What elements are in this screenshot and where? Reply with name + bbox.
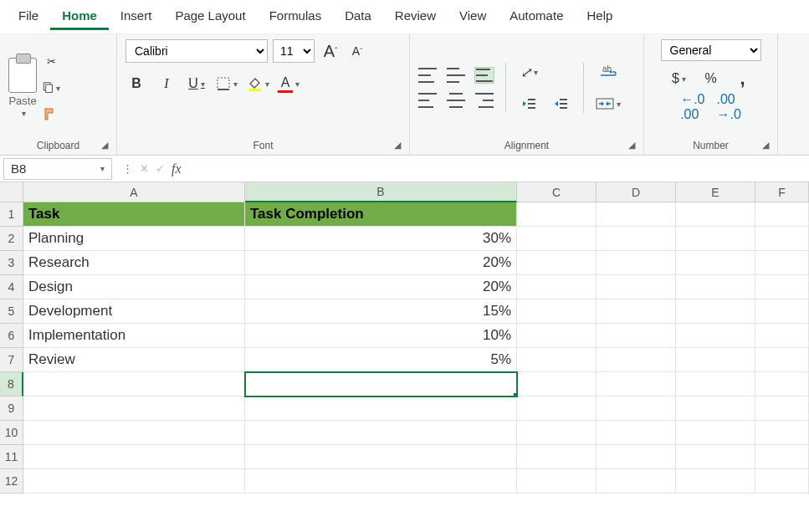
clipboard-dialog-launcher[interactable]: ◢ (101, 140, 113, 151)
menu-view[interactable]: View (448, 3, 498, 30)
number-dialog-launcher[interactable]: ◢ (762, 140, 774, 151)
menu-page-layout[interactable]: Page Layout (163, 3, 257, 30)
row-header-11[interactable]: 11 (0, 445, 23, 469)
cell-b10[interactable] (245, 421, 517, 445)
align-bottom-button[interactable] (475, 68, 494, 83)
cell-a3[interactable]: Research (23, 251, 245, 275)
font-name-select[interactable]: Calibri (125, 39, 268, 63)
cell-b6[interactable]: 10% (245, 324, 517, 348)
row-header-4[interactable]: 4 (0, 275, 23, 299)
underline-button[interactable]: U▾ (186, 73, 207, 95)
cell-a12[interactable] (23, 469, 245, 494)
row-header-5[interactable]: 5 (0, 299, 23, 324)
cell-f7[interactable] (755, 348, 809, 372)
chevron-down-icon[interactable]: ▾ (56, 84, 60, 93)
cell-e1[interactable] (676, 202, 755, 227)
cell-f1[interactable] (755, 202, 809, 227)
borders-button[interactable]: ▾ (216, 73, 238, 95)
cell-a8[interactable] (23, 372, 245, 396)
decrease-decimal-button[interactable]: .00→.0 (717, 96, 741, 118)
cell-c11[interactable] (517, 445, 597, 469)
cell-e5[interactable] (676, 299, 755, 324)
cell-c1[interactable] (517, 202, 597, 227)
menu-automate[interactable]: Automate (498, 3, 575, 30)
cell-d7[interactable] (597, 348, 676, 372)
align-left-button[interactable] (418, 93, 437, 108)
cell-c8[interactable] (517, 372, 597, 396)
options-icon[interactable]: ⋮ (122, 162, 133, 175)
cell-c2[interactable] (517, 227, 597, 251)
cell-b5[interactable]: 15% (245, 299, 517, 324)
menu-data[interactable]: Data (333, 3, 383, 30)
cell-b3[interactable]: 20% (245, 251, 517, 275)
cell-f11[interactable] (755, 445, 809, 469)
row-header-10[interactable]: 10 (0, 421, 23, 445)
font-size-select[interactable]: 11 (273, 39, 315, 63)
cell-f3[interactable] (755, 251, 809, 275)
number-format-select[interactable]: General (661, 39, 761, 61)
cell-a9[interactable] (23, 396, 245, 421)
cell-b12[interactable] (245, 469, 517, 494)
alignment-dialog-launcher[interactable]: ◢ (628, 140, 640, 151)
chevron-down-icon[interactable]: ▾ (100, 164, 105, 173)
col-header-e[interactable]: E (676, 182, 755, 202)
col-header-a[interactable]: A (23, 182, 245, 202)
row-header-7[interactable]: 7 (0, 348, 23, 372)
cell-e4[interactable] (676, 275, 755, 299)
cell-c12[interactable] (517, 469, 597, 494)
cell-a6[interactable]: Implementation (23, 324, 245, 348)
cell-a2[interactable]: Planning (23, 227, 245, 251)
cell-b7[interactable]: 5% (245, 348, 517, 372)
row-header-3[interactable]: 3 (0, 251, 23, 275)
cell-f10[interactable] (755, 421, 809, 445)
name-box[interactable]: B8 ▾ (3, 158, 112, 180)
menu-file[interactable]: File (7, 3, 50, 30)
cell-f9[interactable] (755, 396, 809, 421)
font-color-button[interactable]: A ▾ (278, 73, 300, 95)
cell-e8[interactable] (676, 372, 755, 396)
cell-c5[interactable] (517, 299, 597, 324)
font-dialog-launcher[interactable]: ◢ (394, 140, 406, 151)
cell-e12[interactable] (676, 469, 755, 494)
row-header-1[interactable]: 1 (0, 202, 23, 227)
cell-f6[interactable] (755, 324, 809, 348)
accounting-format-button[interactable]: $▾ (668, 68, 690, 90)
cell-c10[interactable] (517, 421, 597, 445)
cell-b11[interactable] (245, 445, 517, 469)
comma-format-button[interactable]: , (732, 68, 754, 90)
cell-e10[interactable] (676, 421, 755, 445)
cell-b2[interactable]: 30% (245, 227, 517, 251)
cell-f8[interactable] (755, 372, 809, 396)
fx-icon[interactable]: fx (172, 161, 182, 176)
cell-e3[interactable] (676, 251, 755, 275)
cell-b9[interactable] (245, 396, 517, 421)
cell-d4[interactable] (597, 275, 676, 299)
cut-button[interactable]: ✂ (42, 52, 60, 70)
wrap-text-button[interactable]: ab (596, 61, 621, 83)
row-header-12[interactable]: 12 (0, 469, 23, 494)
cell-a4[interactable]: Design (23, 275, 245, 299)
cell-e6[interactable] (676, 324, 755, 348)
cell-b1[interactable]: Task Completion (245, 202, 517, 227)
cell-c4[interactable] (517, 275, 597, 299)
align-middle-button[interactable] (447, 68, 465, 83)
cell-c6[interactable] (517, 324, 597, 348)
cell-d11[interactable] (597, 445, 676, 469)
cell-d2[interactable] (597, 227, 676, 251)
col-header-d[interactable]: D (597, 182, 676, 202)
align-right-button[interactable] (475, 93, 494, 108)
cell-e9[interactable] (676, 396, 755, 421)
formula-input[interactable] (188, 158, 809, 180)
italic-button[interactable]: I (156, 73, 177, 95)
cell-d10[interactable] (597, 421, 676, 445)
row-header-9[interactable]: 9 (0, 396, 23, 421)
align-center-button[interactable] (447, 93, 465, 108)
cell-f12[interactable] (755, 469, 809, 494)
fill-color-button[interactable]: ▾ (246, 73, 269, 95)
col-header-c[interactable]: C (517, 182, 597, 202)
menu-formulas[interactable]: Formulas (258, 3, 334, 30)
align-top-button[interactable] (418, 68, 437, 83)
cell-a11[interactable] (23, 445, 245, 469)
orientation-button[interactable]: ⤢▾ (518, 61, 540, 83)
cancel-formula-button[interactable]: ✕ (140, 162, 149, 175)
